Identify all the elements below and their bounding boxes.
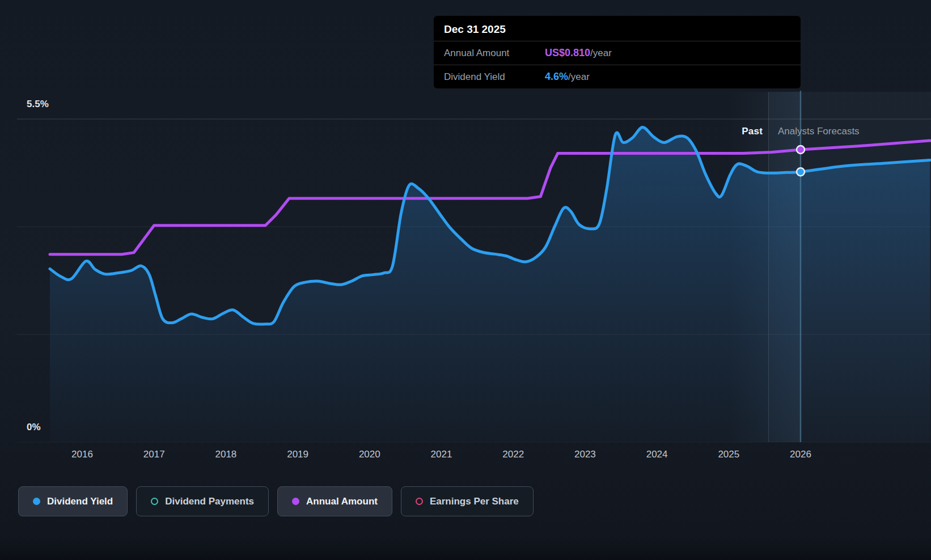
dividend-yield-dot-icon xyxy=(33,498,40,505)
legend-item-earnings-per-share[interactable]: Earnings Per Share xyxy=(401,486,534,516)
dividend-history-chart: 5.5% 0% Past Analysts Forecasts 2016 201… xyxy=(0,0,931,560)
x-axis-label-2018: 2018 xyxy=(215,449,236,460)
x-axis-label-2016: 2016 xyxy=(71,449,93,460)
annual-amount-label: Annual Amount xyxy=(444,48,545,59)
x-axis-label-2020: 2020 xyxy=(359,449,380,460)
legend-label-earnings-per-share: Earnings Per Share xyxy=(430,496,519,507)
x-axis-label-2022: 2022 xyxy=(502,449,524,460)
tooltip-row-dividend-yield: Dividend Yield 4.6%/year xyxy=(434,65,801,88)
x-axis-label-2021: 2021 xyxy=(431,449,452,460)
legend-label-annual-amount: Annual Amount xyxy=(306,496,378,507)
legend: Dividend Yield Dividend Payments Annual … xyxy=(18,486,534,516)
chart-tooltip: Dec 31 2025 Annual Amount US$0.810/year … xyxy=(434,16,801,88)
legend-item-dividend-payments[interactable]: Dividend Payments xyxy=(136,486,269,516)
y-axis-label-min: 0% xyxy=(27,422,41,433)
analysts-forecast-label: Analysts Forecasts xyxy=(778,126,860,137)
dividend-yield-marker-dot xyxy=(797,168,805,176)
x-axis-label-2025: 2025 xyxy=(718,449,739,460)
legend-item-annual-amount[interactable]: Annual Amount xyxy=(277,486,392,516)
bottom-fade xyxy=(0,535,931,560)
x-axis-label-2019: 2019 xyxy=(287,449,308,460)
dividend-payments-ring-icon xyxy=(151,498,158,505)
x-axis-label-2023: 2023 xyxy=(574,449,596,460)
annual-amount-marker-dot xyxy=(797,146,805,154)
dividend-yield-label: Dividend Yield xyxy=(444,71,545,83)
y-axis-label-max: 5.5% xyxy=(27,99,49,110)
x-axis: 2016 2017 2018 2019 2020 2021 2022 2023 … xyxy=(0,449,931,463)
dividend-yield-value: 4.6%/year xyxy=(545,71,590,83)
annual-amount-dot-icon xyxy=(292,498,299,505)
x-axis-label-2026: 2026 xyxy=(790,449,811,460)
earnings-per-share-ring-icon xyxy=(416,498,423,505)
legend-label-dividend-yield: Dividend Yield xyxy=(47,496,113,507)
legend-item-dividend-yield[interactable]: Dividend Yield xyxy=(18,486,128,516)
tooltip-row-annual-amount: Annual Amount US$0.810/year xyxy=(434,41,801,65)
x-axis-label-2017: 2017 xyxy=(143,449,165,460)
annual-amount-value: US$0.810/year xyxy=(545,47,612,59)
tooltip-date: Dec 31 2025 xyxy=(434,16,801,41)
past-label: Past xyxy=(706,126,763,137)
x-axis-label-2024: 2024 xyxy=(646,449,668,460)
legend-label-dividend-payments: Dividend Payments xyxy=(165,496,254,507)
